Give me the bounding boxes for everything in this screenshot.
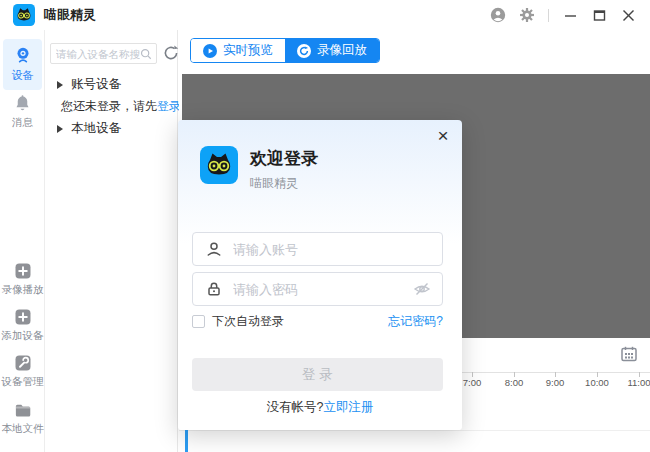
sidebar-label: 设备: [12, 68, 34, 83]
forgot-password-link[interactable]: 忘记密码?: [388, 313, 443, 330]
sidebar-item-add-device[interactable]: 添加设备: [0, 308, 45, 343]
tab-label: 实时预览: [223, 42, 273, 59]
bell-icon: [13, 94, 32, 113]
user-account-icon[interactable]: [490, 7, 506, 23]
tree-group-label: 本地设备: [71, 120, 121, 137]
sidebar-item-video-playback[interactable]: 录像播放: [0, 262, 45, 297]
dialog-title: 欢迎登录: [250, 147, 318, 170]
dialog-close-icon[interactable]: ×: [434, 126, 452, 144]
register-row: 没有帐号?立即注册: [178, 399, 462, 416]
auto-login-option[interactable]: 下次自动登录: [192, 313, 284, 330]
maximize-button[interactable]: [591, 7, 607, 23]
replay-circle-icon: [297, 44, 311, 58]
folder-icon: [14, 401, 32, 419]
minimize-button[interactable]: [562, 7, 578, 23]
password-field: [192, 272, 443, 306]
search-icon: [140, 48, 152, 60]
view-tabs: 实时预览 录像回放: [190, 38, 380, 63]
sidebar-item-devices[interactable]: 设备: [3, 39, 42, 90]
sidebar-label: 本地文件: [2, 422, 44, 436]
login-options-row: 下次自动登录 忘记密码?: [192, 313, 443, 330]
nav-sidebar: 设备 消息 录像播放 添加设备 设备管理: [0, 30, 45, 452]
plus-square-icon: [14, 262, 32, 280]
timeline-hour-label: 11:00: [619, 377, 650, 388]
register-link[interactable]: 立即注册: [323, 400, 373, 414]
app-logo-icon: [13, 4, 35, 26]
play-circle-icon: [203, 44, 217, 58]
app-title: 喵眼精灵: [44, 6, 96, 24]
user-icon: [206, 241, 222, 257]
timeline-hour-label: 9:00: [535, 377, 575, 388]
dialog-header: 欢迎登录 喵眼精灵: [200, 146, 318, 192]
sidebar-label: 消息: [12, 116, 33, 130]
timeline-bottom-border: [179, 430, 650, 431]
sidebar-label: 添加设备: [2, 329, 44, 343]
chevron-right-icon: [57, 81, 63, 89]
tree-group-local-devices[interactable]: 本地设备: [57, 120, 121, 137]
webcam-icon: [13, 45, 33, 65]
auto-login-label: 下次自动登录: [212, 313, 284, 330]
login-notice: 您还未登录，请先登录: [61, 98, 181, 115]
sidebar-item-device-management[interactable]: 设备管理: [0, 354, 45, 389]
login-link[interactable]: 登录: [157, 99, 181, 113]
settings-gear-icon[interactable]: [519, 7, 535, 23]
login-notice-text: 您还未登录，请先: [61, 99, 157, 113]
sidebar-label: 录像播放: [2, 283, 44, 297]
refresh-icon[interactable]: [162, 44, 180, 62]
timeline-hour-label: 8:00: [494, 377, 534, 388]
sidebar-item-messages[interactable]: 消息: [0, 94, 45, 130]
register-prompt: 没有帐号?: [267, 400, 324, 414]
login-button[interactable]: 登 录: [192, 358, 443, 391]
device-search-input[interactable]: [56, 45, 140, 62]
close-button[interactable]: [620, 7, 636, 23]
tree-group-label: 账号设备: [71, 76, 121, 93]
login-dialog: × 欢迎登录 喵眼精灵: [178, 120, 462, 430]
tab-video-playback[interactable]: 录像回放: [285, 39, 379, 62]
account-input[interactable]: [233, 242, 442, 257]
sidebar-item-local-files[interactable]: 本地文件: [0, 401, 45, 436]
chevron-right-icon: [57, 125, 63, 133]
wrench-icon: [14, 354, 32, 372]
password-visibility-toggle-icon[interactable]: [413, 281, 431, 297]
tab-label: 录像回放: [317, 42, 367, 59]
dialog-subtitle: 喵眼精灵: [250, 175, 318, 192]
auto-login-checkbox[interactable]: [192, 315, 205, 328]
app-logo-icon: [200, 146, 238, 184]
titlebar-separator: [548, 9, 549, 22]
sidebar-label: 设备管理: [2, 375, 44, 389]
titlebar: 喵眼精灵: [0, 0, 650, 30]
account-field: [192, 232, 443, 266]
lock-icon: [206, 281, 222, 297]
tree-group-account-devices[interactable]: 账号设备: [57, 76, 121, 93]
device-tree-panel: 账号设备 您还未登录，请先登录 本地设备: [45, 30, 178, 452]
timeline-hour-label: 10:00: [577, 377, 617, 388]
tab-live-preview[interactable]: 实时预览: [191, 39, 285, 62]
timeline-playhead[interactable]: [185, 429, 188, 452]
password-input[interactable]: [233, 282, 413, 297]
device-search-box: [50, 43, 157, 64]
plus-square-icon: [14, 308, 32, 326]
calendar-icon[interactable]: [620, 345, 638, 363]
